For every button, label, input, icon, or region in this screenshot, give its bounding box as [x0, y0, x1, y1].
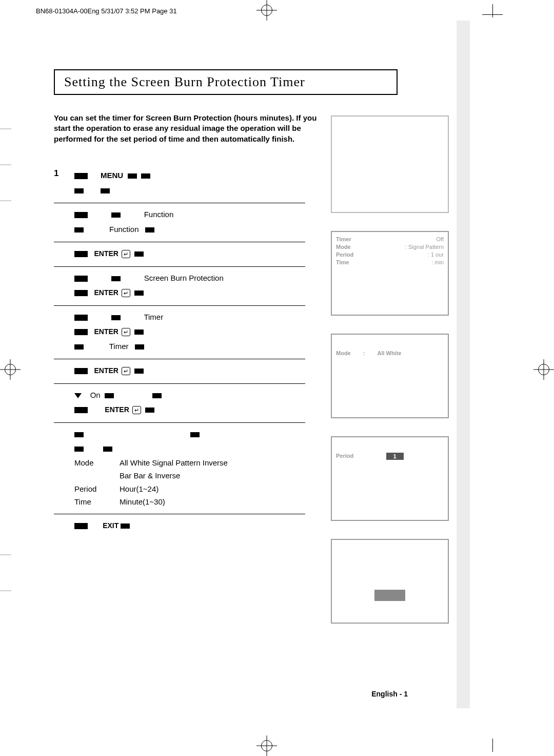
option-key: Time — [74, 495, 110, 509]
steps-list: 1 MENU Function Function — [54, 164, 305, 538]
intro-paragraph: You can set the timer for Screen Burn Pr… — [54, 113, 326, 144]
registration-mark-icon — [256, 735, 277, 756]
osd-label: Time — [336, 259, 367, 265]
remote-button-icon — [74, 315, 88, 321]
osd-row: Period : 1 our — [336, 251, 444, 258]
remote-button-icon — [74, 407, 88, 413]
osd-value: : min — [431, 259, 444, 265]
osd-row: Timer Off — [336, 236, 444, 242]
registration-mark-icon — [533, 359, 554, 380]
function-label: Function — [109, 225, 139, 234]
step-number: 1 — [54, 168, 58, 179]
remote-button-icon — [74, 523, 88, 529]
redacted-icon — [145, 227, 154, 232]
osd-row: Mode : Signal Pattern — [336, 244, 444, 250]
redacted-icon — [111, 276, 121, 281]
screen-burn-label: Screen Burn Protection — [144, 274, 224, 282]
print-header: BN68-01304A-00Eng 5/31/07 3:52 PM Page 3… — [36, 7, 177, 15]
step-6: ENTER ↵ — [54, 359, 305, 384]
margin-tick — [0, 164, 11, 165]
redacted-icon — [134, 329, 144, 335]
registration-mark-icon — [0, 359, 21, 380]
margin-tick — [0, 590, 11, 591]
step-2: Function Function — [54, 203, 305, 242]
osd-value: : Signal Pattern — [405, 244, 444, 250]
option-values: Minute(1~30) — [120, 495, 165, 509]
arrow-down-icon — [74, 393, 82, 398]
redacted-icon — [74, 432, 84, 437]
enter-glyph-icon: ↵ — [122, 250, 130, 258]
step-8: Mode All White Signal Pattern Inverse Ba… — [54, 423, 305, 514]
page-title: Setting the Screen Burn Protection Timer — [54, 69, 398, 95]
step-5: Timer ENTER ↵ Timer — [54, 306, 305, 360]
margin-tick — [0, 554, 11, 555]
enter-glyph-icon: ↵ — [132, 406, 141, 414]
option-row-period: Period Hour(1~24) — [74, 482, 305, 496]
remote-button-icon — [74, 251, 88, 257]
osd-bar-icon — [374, 590, 405, 601]
page-footer-language: English - 1 — [371, 690, 408, 698]
redacted-icon — [121, 524, 130, 529]
redacted-icon — [101, 188, 110, 193]
option-values: All White Signal Pattern Inverse — [120, 456, 228, 470]
redacted-icon — [111, 212, 121, 218]
osd-value-badge: 1 — [386, 453, 404, 460]
enter-button-label: ENTER — [94, 327, 118, 336]
osd-row: Period 1 — [336, 453, 444, 460]
redacted-icon — [74, 344, 84, 350]
margin-tick — [0, 128, 11, 129]
osd-label: Mode — [336, 350, 351, 356]
redacted-icon — [141, 173, 150, 179]
timer-label: Timer — [144, 313, 163, 321]
redacted-icon — [134, 290, 144, 296]
osd-value: All White — [377, 350, 401, 356]
enter-button-label: ENTER — [94, 366, 118, 375]
option-key: Mode — [74, 456, 110, 470]
redacted-icon — [128, 173, 137, 179]
redacted-icon — [134, 369, 144, 374]
crop-mark-icon — [492, 739, 493, 752]
registration-mark-icon — [256, 0, 277, 21]
osd-row: Mode : All White — [336, 350, 444, 356]
enter-glyph-icon: ↵ — [122, 289, 130, 297]
osd-label: Period — [336, 251, 367, 258]
option-values: Bar Bar & Inverse — [120, 469, 180, 482]
function-label: Function — [144, 210, 174, 219]
redacted-icon — [134, 251, 144, 257]
osd-preview-box — [331, 115, 449, 213]
osd-colon: : — [363, 350, 365, 356]
enter-glyph-icon: ↵ — [122, 328, 130, 336]
redacted-icon — [145, 408, 154, 413]
osd-row: Time : min — [336, 259, 444, 265]
redacted-icon — [190, 432, 200, 437]
osd-value: Off — [437, 236, 444, 242]
remote-button-icon — [74, 368, 88, 374]
osd-preview-blank — [331, 539, 449, 624]
osd-preview-period: Period 1 — [331, 436, 449, 521]
remote-button-icon — [74, 290, 88, 296]
step-1: 1 MENU — [54, 164, 305, 203]
redacted-icon — [105, 393, 114, 398]
option-row-mode: Mode All White Signal Pattern Inverse — [74, 456, 305, 470]
manual-page: Setting the Screen Burn Protection Timer… — [31, 21, 457, 708]
step-4: Screen Burn Protection ENTER ↵ — [54, 267, 305, 306]
enter-button-label: ENTER — [105, 405, 129, 414]
remote-button-icon — [74, 212, 88, 218]
osd-value: : 1 our — [428, 251, 444, 258]
osd-preview-timer: Timer Off Mode : Signal Pattern Period :… — [331, 231, 449, 316]
redacted-icon — [74, 447, 84, 452]
osd-label: Mode — [336, 244, 367, 250]
option-key: Period — [74, 482, 110, 496]
redacted-icon — [103, 447, 112, 452]
exit-button-label: EXIT — [103, 521, 118, 530]
timer-label: Timer — [109, 342, 129, 351]
redacted-icon — [74, 227, 84, 232]
crop-mark-icon — [492, 4, 493, 17]
redacted-icon — [135, 344, 144, 350]
crop-mark-icon — [482, 14, 503, 15]
redacted-icon — [152, 393, 162, 398]
on-label: On — [90, 391, 101, 399]
redacted-icon — [74, 188, 84, 193]
step-3: ENTER ↵ — [54, 242, 305, 267]
osd-preview-mode: Mode : All White — [331, 334, 449, 418]
